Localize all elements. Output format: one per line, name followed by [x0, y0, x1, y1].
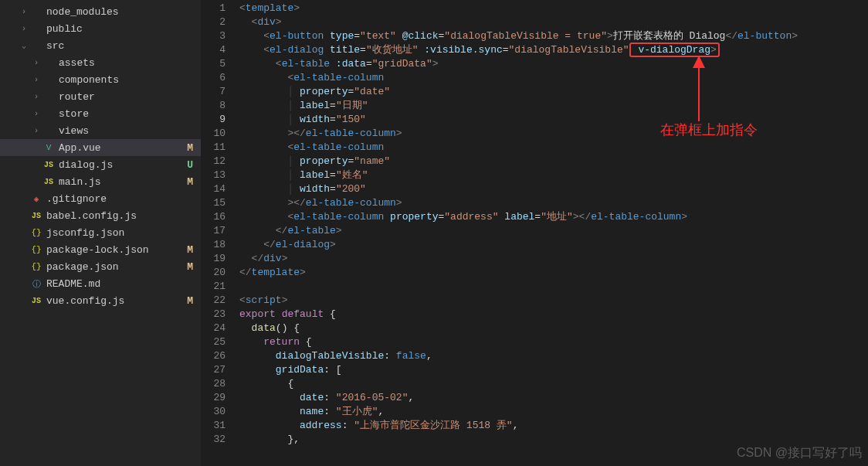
file-name: package.json	[46, 261, 187, 273]
file-name: README.md	[46, 278, 193, 290]
line-number: 13	[201, 168, 225, 182]
file-icon: {}	[29, 228, 43, 237]
file-name: src	[46, 40, 193, 52]
tree-item[interactable]: ›views	[0, 122, 201, 139]
file-name: main.js	[59, 176, 187, 188]
tree-item[interactable]: ⌄src	[0, 37, 201, 54]
line-number: 26	[201, 349, 225, 363]
file-icon: JS	[42, 161, 56, 169]
line-number: 2	[201, 15, 225, 29]
tree-item[interactable]: JSmain.jsM	[0, 173, 201, 190]
file-name: router	[59, 91, 193, 103]
git-badge: U	[187, 159, 193, 171]
file-icon: V	[42, 143, 56, 152]
file-name: components	[59, 74, 193, 86]
tree-item[interactable]: ›router	[0, 88, 201, 105]
file-icon: ⓘ	[29, 278, 43, 290]
tree-item[interactable]: ›store	[0, 105, 201, 122]
file-icon: JS	[42, 178, 56, 186]
chevron-icon: ›	[31, 110, 42, 118]
file-name: store	[59, 108, 193, 120]
chevron-icon: ›	[31, 59, 42, 67]
line-number: 30	[201, 405, 225, 419]
line-number: 19	[201, 252, 225, 266]
file-icon: ◈	[29, 194, 43, 204]
line-number: 5	[201, 57, 225, 71]
tree-item[interactable]: VApp.vueM	[0, 139, 201, 156]
tree-item[interactable]: ›node_modules	[0, 3, 201, 20]
file-icon: JS	[29, 297, 43, 305]
file-icon: {}	[29, 262, 43, 271]
line-number: 7	[201, 85, 225, 99]
chevron-icon: ›	[31, 93, 42, 101]
tree-item[interactable]: ›public	[0, 20, 201, 37]
line-number: 27	[201, 363, 225, 377]
git-badge: M	[187, 142, 193, 154]
line-number: 14	[201, 182, 225, 196]
line-number: 18	[201, 238, 225, 252]
line-number: 17	[201, 224, 225, 238]
file-name: vue.config.js	[46, 295, 187, 307]
line-number: 9	[201, 113, 225, 127]
git-badge: M	[187, 244, 193, 256]
tree-item[interactable]: {}package-lock.jsonM	[0, 241, 201, 258]
file-icon: JS	[29, 212, 43, 220]
line-number: 1	[201, 2, 225, 15]
tree-item[interactable]: ›assets	[0, 54, 201, 71]
line-number: 15	[201, 196, 225, 210]
tree-item[interactable]: ›components	[0, 71, 201, 88]
line-number: 29	[201, 391, 225, 405]
line-number: 22	[201, 294, 225, 308]
git-badge: M	[187, 176, 193, 188]
file-explorer[interactable]: ›node_modules›public⌄src›assets›componen…	[0, 0, 201, 466]
chevron-icon: ›	[19, 8, 29, 16]
highlighted-directive: v-dialogDrag>	[629, 43, 720, 57]
file-name: assets	[59, 57, 193, 69]
line-number: 6	[201, 71, 225, 85]
line-number: 23	[201, 308, 225, 321]
line-number: 32	[201, 433, 225, 447]
line-number: 10	[201, 127, 225, 141]
line-number: 16	[201, 210, 225, 224]
line-number: 3	[201, 29, 225, 43]
file-name: node_modules	[46, 6, 193, 18]
line-number: 20	[201, 266, 225, 280]
tree-item[interactable]: ⓘREADME.md	[0, 275, 201, 292]
file-name: package-lock.json	[46, 244, 187, 256]
line-number: 31	[201, 419, 225, 433]
file-name: views	[59, 125, 193, 137]
code-editor[interactable]: 1234567891011121314151617181920212223242…	[201, 0, 868, 466]
tree-item[interactable]: JSdialog.jsU	[0, 156, 201, 173]
annotation-text: 在弹框上加指令	[660, 121, 758, 139]
tree-item[interactable]: ◈.gitignore	[0, 190, 201, 207]
watermark: CSDN @接口写好了吗	[737, 445, 862, 461]
line-number: 28	[201, 377, 225, 391]
file-icon: {}	[29, 245, 43, 254]
tree-item[interactable]: {}jsconfig.json	[0, 224, 201, 241]
tree-item[interactable]: JSbabel.config.js	[0, 207, 201, 224]
chevron-icon: ›	[31, 76, 42, 84]
line-number: 12	[201, 155, 225, 168]
line-numbers: 1234567891011121314151617181920212223242…	[201, 0, 239, 466]
file-name: public	[46, 23, 193, 35]
line-number: 21	[201, 280, 225, 294]
tree-item[interactable]: {}package.jsonM	[0, 258, 201, 275]
file-name: babel.config.js	[46, 210, 193, 222]
line-number: 4	[201, 43, 225, 57]
line-number: 25	[201, 335, 225, 349]
file-name: .gitignore	[46, 193, 193, 205]
line-number: 24	[201, 321, 225, 335]
line-number: 8	[201, 99, 225, 113]
chevron-icon: ›	[19, 25, 29, 33]
git-badge: M	[187, 295, 193, 307]
git-badge: M	[187, 261, 193, 273]
file-name: jsconfig.json	[46, 227, 193, 239]
file-name: dialog.js	[59, 159, 187, 171]
chevron-icon: ⌄	[19, 41, 29, 50]
code-area[interactable]: <template> <div> <el-button type="text" …	[239, 0, 868, 466]
file-name: App.vue	[59, 142, 187, 154]
line-number: 11	[201, 141, 225, 155]
chevron-icon: ›	[31, 127, 42, 135]
tree-item[interactable]: JSvue.config.jsM	[0, 292, 201, 309]
